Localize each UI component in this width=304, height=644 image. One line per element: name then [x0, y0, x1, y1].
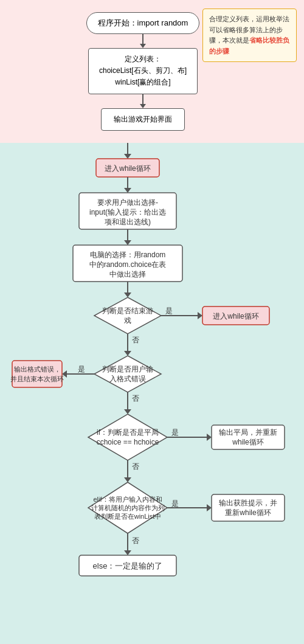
- output-game-node: 输出游戏开始界面: [101, 108, 185, 131]
- svg-marker-10: [124, 240, 131, 245]
- svg-text:if：判断是否是平局: if：判断是否是平局: [97, 428, 159, 437]
- svg-text:是: 是: [165, 306, 173, 315]
- svg-text:否: 否: [132, 462, 139, 471]
- svg-text:中的random.choice在表: 中的random.choice在表: [89, 260, 167, 269]
- svg-text:输出获胜提示，并: 输出获胜提示，并: [219, 499, 277, 507]
- svg-text:否: 否: [132, 336, 139, 344]
- svg-text:while循环: while循环: [232, 438, 263, 446]
- svg-marker-28: [94, 356, 161, 392]
- svg-text:要求用户做出选择-: 要求用户做出选择-: [97, 198, 158, 207]
- svg-marker-51: [124, 477, 131, 482]
- note-box: 合理定义列表，运用枚举法可以省略很多算法上的步骤，本次就是省略比较胜负的步骤: [202, 9, 297, 62]
- svg-text:进入while循环: 进入while循环: [213, 312, 258, 320]
- svg-text:elif：将用户输入内容和: elif：将用户输入内容和: [93, 496, 162, 503]
- enter-while-label: 进入while循环: [105, 164, 150, 173]
- svg-text:是: 是: [171, 499, 179, 508]
- svg-text:表判断是否在winList中: 表判断是否在winList中: [94, 513, 162, 520]
- svg-marker-58: [207, 504, 212, 511]
- svg-text:判断是否用户输: 判断是否用户输: [102, 365, 153, 373]
- bottom-section: 进入while循环 要求用户做出选择- input(输入提示：给出选 项和退出选…: [0, 143, 304, 644]
- svg-text:入格式错误: 入格式错误: [109, 375, 146, 383]
- svg-text:戏: 戏: [124, 316, 131, 325]
- svg-marker-39: [124, 409, 131, 414]
- svg-text:输出格式错误，: 输出格式错误，: [14, 365, 61, 373]
- svg-marker-45: [207, 434, 212, 441]
- svg-marker-22: [198, 312, 202, 319]
- svg-text:是: 是: [78, 365, 85, 373]
- svg-marker-16: [124, 293, 131, 297]
- svg-text:cchoice == hchoice: cchoice == hchoice: [97, 438, 159, 446]
- start-node: 程序开始：import random: [86, 12, 200, 34]
- svg-text:并且结束本次循环: 并且结束本次循环: [10, 375, 64, 383]
- svg-rect-34: [12, 361, 62, 387]
- svg-marker-17: [94, 297, 161, 334]
- svg-text:输出平局，并重新: 输出平局，并重新: [219, 428, 277, 437]
- svg-marker-27: [124, 351, 131, 356]
- svg-text:input(输入提示：给出选: input(输入提示：给出选: [89, 208, 166, 216]
- svg-text:是: 是: [171, 428, 179, 437]
- svg-text:else：一定是输的了: else：一定是输的了: [93, 561, 163, 570]
- svg-text:判断是否结束游: 判断是否结束游: [102, 306, 153, 315]
- svg-text:计算机随机的内容作为列: 计算机随机的内容作为列: [91, 504, 165, 511]
- svg-marker-1: [124, 154, 131, 159]
- top-section: 合理定义列表，运用枚举法可以省略很多算法上的步骤，本次就是省略比较胜负的步骤 程…: [0, 0, 304, 143]
- svg-text:重新while循环: 重新while循环: [225, 508, 271, 517]
- svg-text:否: 否: [132, 536, 139, 545]
- svg-text:电脑的选择：用random: 电脑的选择：用random: [90, 251, 166, 259]
- svg-marker-64: [124, 550, 131, 555]
- svg-text:项和退出选线): 项和退出选线): [105, 218, 151, 226]
- svg-marker-40: [88, 414, 167, 460]
- flowchart-svg: 进入while循环 要求用户做出选择- input(输入提示：给出选 项和退出选…: [6, 143, 298, 644]
- svg-marker-4: [124, 188, 131, 193]
- svg-text:否: 否: [132, 394, 139, 403]
- define-list-node: 定义列表： choiceList[石头、剪刀、布] winList[赢的组合]: [88, 48, 198, 94]
- svg-text:中做出选择: 中做出选择: [109, 270, 146, 279]
